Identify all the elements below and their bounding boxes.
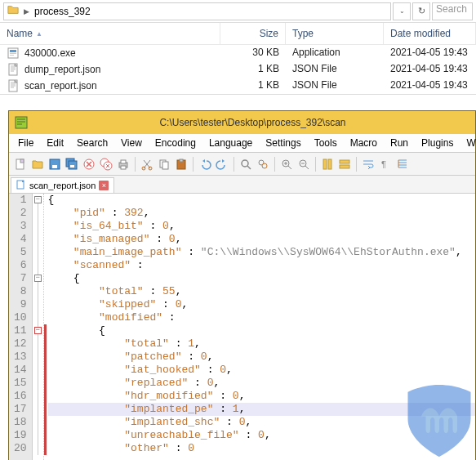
code-line[interactable]: { bbox=[48, 272, 475, 285]
code-line[interactable]: "scanned" : bbox=[48, 259, 475, 272]
tab-close-button[interactable]: × bbox=[99, 181, 109, 190]
search-input[interactable]: Search bbox=[432, 2, 473, 20]
copy-button[interactable] bbox=[156, 156, 172, 172]
column-headers: Name▲ Size Type Date modified bbox=[0, 23, 476, 45]
code-line[interactable]: "other" : 0 bbox=[48, 442, 475, 455]
fold-toggle[interactable]: − bbox=[34, 327, 42, 334]
replace-button[interactable] bbox=[255, 156, 271, 172]
col-date-header[interactable]: Date modified bbox=[384, 23, 476, 44]
menu-search[interactable]: Search bbox=[71, 136, 113, 150]
paste-button[interactable] bbox=[173, 156, 189, 172]
code-line[interactable]: "patched" : 0, bbox=[48, 351, 475, 364]
fold-column[interactable]: −−− bbox=[33, 194, 44, 460]
json-file-icon bbox=[7, 79, 20, 92]
file-explorer: ▶ process_392 ⌄ ↻ Search Name▲ Size Type… bbox=[0, 0, 476, 95]
code-line[interactable]: "total" : 55, bbox=[48, 285, 475, 298]
menu-file[interactable]: File bbox=[12, 136, 39, 150]
menu-bar: FileEditSearchViewEncodingLanguageSettin… bbox=[9, 134, 475, 153]
refresh-button[interactable]: ↻ bbox=[412, 2, 430, 20]
wordwrap-button[interactable] bbox=[360, 156, 376, 172]
menu-settings[interactable]: Settings bbox=[260, 136, 306, 150]
cut-button[interactable] bbox=[139, 156, 155, 172]
file-row[interactable]: 430000.exe30 KBApplication2021-04-05 19:… bbox=[0, 45, 476, 61]
menu-edit[interactable]: Edit bbox=[41, 136, 69, 150]
indent-guide-button[interactable] bbox=[394, 156, 411, 172]
col-name-header[interactable]: Name▲ bbox=[0, 23, 220, 44]
svg-rect-1 bbox=[10, 50, 16, 52]
title-bar[interactable]: C:\Users\tester\Desktop\process_392\scan bbox=[9, 111, 475, 134]
code-line[interactable]: "implanted_pe" : 1, bbox=[48, 403, 475, 416]
code-line[interactable]: "main_image_path" : "C:\\Windows\\SysWOW… bbox=[48, 246, 475, 259]
breadcrumb-segment[interactable]: process_392 bbox=[34, 6, 91, 17]
file-size: 30 KB bbox=[220, 45, 286, 61]
svg-rect-10 bbox=[52, 165, 57, 168]
redo-button[interactable] bbox=[214, 156, 230, 172]
menu-language[interactable]: Language bbox=[203, 136, 258, 150]
menu-run[interactable]: Run bbox=[385, 136, 414, 150]
code-line[interactable]: { bbox=[48, 194, 475, 207]
file-row[interactable]: dump_report.json1 KBJSON File2021-04-05 … bbox=[0, 61, 476, 78]
dropdown-button[interactable]: ⌄ bbox=[393, 2, 411, 20]
sync-v-button[interactable] bbox=[319, 156, 336, 172]
col-type-header[interactable]: Type bbox=[286, 23, 384, 44]
svg-rect-34 bbox=[340, 165, 349, 168]
code-line[interactable]: "replaced" : 0, bbox=[48, 377, 475, 390]
svg-rect-2 bbox=[10, 53, 16, 54]
close-button[interactable] bbox=[81, 156, 97, 172]
svg-rect-6 bbox=[16, 117, 27, 128]
code-line[interactable]: "iat_hooked" : 0, bbox=[48, 364, 475, 377]
svg-point-28 bbox=[262, 163, 267, 168]
chevron-right-icon[interactable]: ▶ bbox=[24, 7, 29, 16]
sync-h-button[interactable] bbox=[336, 156, 353, 172]
editor[interactable]: 1234567891011121314151617181920 −−− { "p… bbox=[9, 194, 475, 460]
breadcrumb[interactable]: ▶ process_392 bbox=[3, 2, 391, 20]
file-name: dump_report.json bbox=[24, 64, 100, 75]
menu-view[interactable]: View bbox=[115, 136, 148, 150]
code-line[interactable]: "unreachable_file" : 0, bbox=[48, 429, 475, 442]
code-area[interactable]: { "pid" : 392, "is_64_bit" : 0, "is_mana… bbox=[47, 194, 475, 460]
menu-tools[interactable]: Tools bbox=[309, 136, 343, 150]
fold-toggle[interactable]: − bbox=[34, 196, 42, 203]
menu-plugins[interactable]: Plugins bbox=[416, 136, 459, 150]
file-type: JSON File bbox=[286, 61, 384, 78]
tab-label: scan_report.json bbox=[29, 181, 96, 190]
code-line[interactable]: "modified" : bbox=[48, 311, 475, 324]
json-file-icon bbox=[7, 63, 20, 76]
close-all-button[interactable] bbox=[98, 156, 114, 172]
save-button[interactable] bbox=[47, 156, 63, 172]
svg-rect-25 bbox=[180, 159, 183, 162]
notepad-plus-plus: C:\Users\tester\Desktop\process_392\scan… bbox=[8, 110, 476, 460]
zoom-out-button[interactable] bbox=[296, 156, 312, 172]
tab-scan-report[interactable]: scan_report.json × bbox=[11, 177, 114, 193]
save-all-button[interactable] bbox=[64, 156, 80, 172]
menu-window[interactable]: Window bbox=[460, 136, 476, 150]
code-line[interactable]: "total" : 1, bbox=[48, 337, 475, 351]
app-logo-icon bbox=[14, 115, 29, 130]
file-type: Application bbox=[286, 45, 384, 61]
find-button[interactable] bbox=[238, 156, 254, 172]
code-line[interactable]: "pid" : 392, bbox=[48, 207, 475, 220]
svg-rect-32 bbox=[328, 159, 331, 169]
toolbar: ¶ bbox=[9, 153, 475, 176]
undo-button[interactable] bbox=[197, 156, 213, 172]
menu-macro[interactable]: Macro bbox=[345, 136, 383, 150]
chevron-down-icon: ⌄ bbox=[399, 7, 405, 15]
col-size-header[interactable]: Size bbox=[220, 23, 286, 44]
open-file-button[interactable] bbox=[29, 156, 46, 172]
zoom-in-button[interactable] bbox=[278, 156, 295, 172]
print-button[interactable] bbox=[115, 156, 131, 172]
svg-rect-37 bbox=[22, 181, 24, 182]
code-line[interactable]: "skipped" : 0, bbox=[48, 298, 475, 311]
code-line[interactable]: "hdr_modified" : 0, bbox=[48, 390, 475, 403]
fold-toggle[interactable]: − bbox=[34, 275, 42, 282]
code-line[interactable]: "is_managed" : 0, bbox=[48, 233, 475, 246]
sort-asc-icon: ▲ bbox=[36, 30, 42, 38]
code-line[interactable]: "is_64_bit" : 0, bbox=[48, 220, 475, 233]
code-line[interactable]: "implanted_shc" : 0, bbox=[48, 416, 475, 429]
new-file-button[interactable] bbox=[12, 156, 29, 172]
file-row[interactable]: scan_report.json1 KBJSON File2021-04-05 … bbox=[0, 78, 476, 94]
svg-rect-18 bbox=[121, 160, 126, 163]
code-line[interactable]: { bbox=[48, 324, 475, 337]
all-chars-button[interactable]: ¶ bbox=[377, 156, 394, 172]
menu-encoding[interactable]: Encoding bbox=[149, 136, 202, 150]
